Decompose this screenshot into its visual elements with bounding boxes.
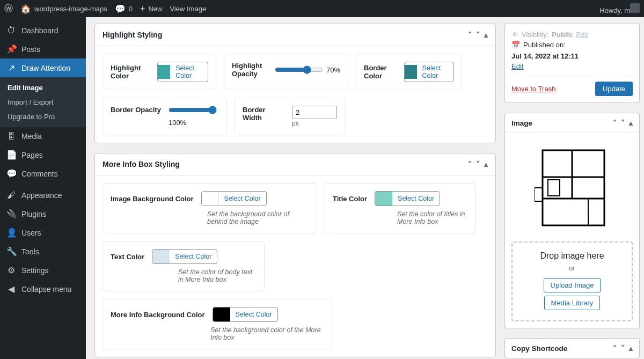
caret-up-icon[interactable]: ▴ — [629, 119, 633, 127]
submenu-edit-image[interactable]: Edit Image — [0, 80, 86, 95]
caret-up-icon[interactable]: ▴ — [629, 344, 633, 353]
highlight-color-picker[interactable]: Select Color — [157, 62, 208, 82]
highlight-opacity-label: Highlight Opacity — [232, 62, 267, 78]
border-width-unit: px — [292, 120, 299, 127]
svg-rect-5 — [548, 180, 560, 196]
comments-icon: 💬 — [6, 168, 16, 179]
border-opacity-value: 100% — [169, 119, 186, 127]
chevron-down-icon[interactable]: ˅ — [621, 119, 625, 127]
submenu-draw-attention: Edit Image Import / Export Upgrade to Pr… — [0, 77, 86, 127]
panel-image: Image ˄ ˅ ▴ — [504, 113, 640, 328]
wp-logo[interactable]: ⓦ — [4, 3, 13, 14]
plugin-icon: 🔌 — [6, 209, 16, 219]
chevron-up-icon[interactable]: ˄ — [468, 31, 472, 39]
moreinfo-bg-swatch — [213, 307, 230, 321]
chevron-down-icon[interactable]: ˅ — [476, 31, 480, 39]
image-bg-picker[interactable]: Select Color — [201, 191, 267, 206]
brush-icon: 🖌 — [6, 191, 16, 200]
panel-title: Image — [511, 119, 532, 127]
menu-comments[interactable]: 💬Comments — [0, 164, 86, 183]
border-opacity-slider[interactable] — [169, 106, 217, 114]
upload-image-button[interactable]: Upload Image — [544, 278, 601, 292]
border-color-picker[interactable]: Select Color — [404, 62, 454, 82]
highlight-opacity-slider[interactable] — [275, 65, 323, 74]
view-image[interactable]: View Image — [170, 5, 206, 13]
visibility-icon: 👁 — [511, 31, 518, 39]
text-color-label: Text Color — [111, 253, 144, 261]
chevron-down-icon[interactable]: ˅ — [621, 344, 625, 353]
highlight-color-swatch — [158, 65, 170, 79]
moreinfo-bg-picker[interactable]: Select Color — [213, 307, 278, 322]
title-color-picker[interactable]: Select Color — [375, 191, 440, 206]
svg-rect-6 — [535, 188, 543, 201]
menu-appearance[interactable]: 🖌Appearance — [0, 186, 86, 204]
admin-sidebar: ⏱Dashboard 📌Posts ↗Draw Attention Edit I… — [0, 17, 86, 359]
menu-users[interactable]: 👤Users — [0, 223, 86, 242]
caret-up-icon[interactable]: ▴ — [484, 31, 488, 39]
border-color-label: Border Color — [364, 64, 397, 80]
chevron-up-icon[interactable]: ˄ — [613, 344, 617, 353]
users-icon: 👤 — [6, 228, 16, 238]
media-icon: 🎛 — [6, 131, 16, 141]
svg-rect-0 — [543, 150, 604, 225]
menu-plugins[interactable]: 🔌Plugins — [0, 204, 86, 223]
title-color-desc: Set the color of titles in More Info box — [397, 210, 468, 225]
panel-publish: 👁 Visibility: Public Edit 📅 Published on… — [504, 24, 640, 103]
menu-pages[interactable]: 📄Pages — [0, 145, 86, 164]
plus-icon: + — [140, 4, 145, 13]
image-dropzone[interactable]: Drop image here or Upload Image Media Li… — [511, 241, 633, 321]
menu-dashboard[interactable]: ⏱Dashboard — [0, 21, 86, 40]
media-library-button[interactable]: Media Library — [544, 296, 601, 310]
dashboard-icon: ⏱ — [6, 26, 16, 35]
panel-title: More Info Box Styling — [103, 160, 180, 168]
admin-bar: ⓦ 🏠wordpress-image-maps 💬0 +New View Ima… — [0, 0, 644, 17]
new-content[interactable]: +New — [140, 4, 162, 13]
site-name[interactable]: 🏠wordpress-image-maps — [20, 4, 107, 14]
image-bg-label: Image Background Color — [111, 195, 194, 203]
comments-link[interactable]: 💬0 — [115, 4, 133, 14]
howdy[interactable]: Howdy, m — [599, 3, 640, 14]
border-color-swatch — [405, 65, 417, 79]
collapse-icon: ◀ — [6, 284, 16, 294]
panel-moreinfo-styling: More Info Box Styling ˄ ˅ ▴ Image Backgr… — [94, 153, 496, 357]
dropzone-title: Drop image here — [518, 251, 626, 261]
menu-collapse[interactable]: ◀Collapse menu — [0, 280, 86, 298]
update-button[interactable]: Update — [595, 82, 633, 96]
settings-icon: ⚙ — [6, 265, 16, 275]
border-width-input[interactable] — [292, 106, 337, 119]
highlight-color-label: Highlight Color — [111, 64, 150, 80]
pointer-icon: ↗ — [6, 63, 16, 73]
caret-up-icon[interactable]: ▴ — [484, 160, 488, 168]
chevron-up-icon[interactable]: ˄ — [613, 119, 617, 127]
menu-media[interactable]: 🎛Media — [0, 127, 86, 145]
moreinfo-bg-desc: Set the background color of the More Inf… — [210, 326, 324, 341]
chevron-down-icon[interactable]: ˅ — [476, 160, 480, 168]
menu-settings[interactable]: ⚙Settings — [0, 261, 86, 280]
panel-highlight-styling: Highlight Styling ˄ ˅ ▴ Highlight Color — [94, 24, 496, 143]
home-icon: 🏠 — [20, 4, 31, 14]
moreinfo-bg-label: More Info Background Color — [111, 311, 205, 319]
border-opacity-label: Border Opacity — [111, 106, 161, 114]
avatar — [630, 3, 640, 13]
text-color-desc: Set the color of body text in More Info … — [178, 268, 257, 283]
submenu-upgrade[interactable]: Upgrade to Pro — [0, 109, 86, 124]
comment-icon: 💬 — [115, 4, 126, 14]
menu-posts[interactable]: 📌Posts — [0, 40, 86, 58]
move-to-trash[interactable]: Move to Trash — [511, 85, 555, 93]
title-color-label: Title Color — [333, 195, 367, 203]
image-preview[interactable] — [511, 140, 633, 236]
menu-draw-attention[interactable]: ↗Draw Attention — [0, 58, 86, 77]
chevron-up-icon[interactable]: ˄ — [468, 160, 472, 168]
pin-icon: 📌 — [6, 44, 16, 54]
image-bg-swatch — [202, 192, 219, 206]
dropzone-or: or — [518, 264, 626, 272]
submenu-import-export[interactable]: Import / Export — [0, 95, 86, 109]
calendar-icon: 📅 — [511, 41, 520, 49]
highlight-opacity-value: 70% — [326, 66, 340, 74]
menu-tools[interactable]: 🔧Tools — [0, 242, 86, 261]
text-color-swatch — [152, 250, 170, 263]
visibility-edit[interactable]: Edit — [576, 31, 588, 39]
wrench-icon: 🔧 — [6, 246, 16, 257]
date-edit[interactable]: Edit — [511, 62, 523, 70]
text-color-picker[interactable]: Select Color — [152, 249, 217, 264]
